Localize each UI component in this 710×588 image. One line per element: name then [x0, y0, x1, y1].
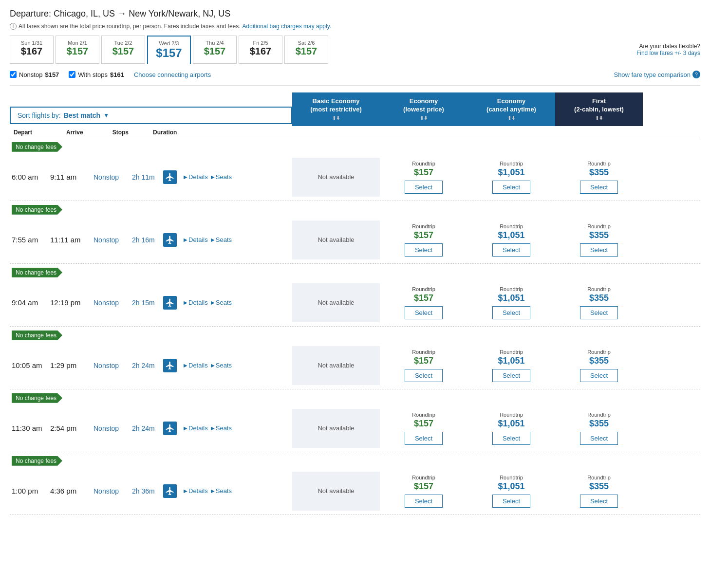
fare-roundtrip-label-4-1: Roundtrip	[500, 412, 523, 418]
basic-sort-arrows[interactable]: ⬆⬇	[296, 115, 376, 121]
fare-cell-0-0: Roundtrip $157 Select	[380, 158, 467, 197]
not-available-1: Not available	[318, 236, 354, 243]
select-button-4-2[interactable]: Select	[580, 432, 618, 445]
nonstop-filter[interactable]: Nonstop $157	[10, 71, 59, 78]
select-button-3-0[interactable]: Select	[405, 369, 443, 382]
fare-price-2-2: $355	[589, 293, 609, 303]
select-button-1-1[interactable]: Select	[492, 243, 530, 257]
flight-links-3: ▶ Details ▶ Seats	[184, 362, 232, 369]
date-tab-sat[interactable]: Sat 2/6 $157	[284, 36, 328, 64]
date-tab-sun[interactable]: Sun 1/31 $167	[10, 36, 54, 64]
not-available-5: Not available	[318, 487, 354, 495]
fare-roundtrip-label-2-2: Roundtrip	[587, 286, 611, 292]
first-col-spacer	[557, 129, 645, 136]
details-link-4[interactable]: ▶ Details	[184, 424, 208, 432]
select-button-4-0[interactable]: Select	[405, 432, 443, 445]
seats-link-0[interactable]: ▶ Seats	[211, 173, 232, 181]
seats-link-5[interactable]: ▶ Seats	[211, 487, 232, 495]
details-link-0[interactable]: ▶ Details	[184, 173, 208, 181]
date-tab-thu[interactable]: Thu 2/4 $157	[193, 36, 237, 64]
withstops-checkbox[interactable]	[69, 71, 75, 78]
first-sort-arrows[interactable]: ⬆⬇	[559, 115, 639, 121]
seats-link-4[interactable]: ▶ Seats	[211, 424, 232, 432]
select-button-0-1[interactable]: Select	[492, 181, 530, 194]
fare-header-cancel-line1: Economy	[471, 97, 551, 106]
nonstop-price: $157	[45, 71, 59, 78]
details-link-5[interactable]: ▶ Details	[184, 487, 208, 495]
fare-cell-5-0: Roundtrip $157 Select	[380, 472, 467, 511]
select-button-4-1[interactable]: Select	[492, 432, 530, 445]
flight-duration-5: 2h 36m	[132, 487, 156, 495]
seats-link-1[interactable]: ▶ Seats	[211, 236, 232, 243]
date-tab-fri[interactable]: Fri 2/5 $167	[239, 36, 282, 64]
details-link-2[interactable]: ▶ Details	[184, 299, 208, 306]
flight-duration-3: 2h 24m	[132, 362, 156, 369]
flight-row-1: 7:55 am 11:11 am Nonstop 2h 16m ▶ Detail…	[10, 217, 700, 264]
select-button-3-1[interactable]: Select	[492, 369, 530, 382]
fare-header-economy-line2: (lowest price)	[384, 106, 464, 114]
fare-cell-2-1: Roundtrip $1,051 Select	[467, 283, 555, 322]
fare-roundtrip-label-1-2: Roundtrip	[587, 223, 611, 229]
flight-arrive-2: 12:19 pm	[50, 298, 87, 307]
select-button-0-2[interactable]: Select	[580, 181, 618, 194]
economy-sort-arrows[interactable]: ⬆⬇	[384, 115, 464, 121]
bag-charges-link[interactable]: Additional bag charges may apply.	[243, 23, 332, 30]
nonstop-checkbox[interactable]	[10, 71, 17, 78]
flight-depart-1: 7:55 am	[12, 236, 43, 244]
select-button-5-2[interactable]: Select	[580, 495, 618, 508]
date-label-fri: Fri 2/5	[246, 40, 275, 46]
select-button-2-0[interactable]: Select	[405, 306, 443, 319]
fare-cell-4-0: Roundtrip $157 Select	[380, 409, 467, 448]
flight-row-5: 1:00 pm 4:36 pm Nonstop 2h 36m ▶ Details…	[10, 468, 700, 515]
fare-basic-1: Not available	[292, 220, 380, 259]
select-button-2-2[interactable]: Select	[580, 306, 618, 319]
select-button-3-2[interactable]: Select	[580, 369, 618, 382]
select-button-0-0[interactable]: Select	[405, 181, 443, 194]
fare-roundtrip-label-2-0: Roundtrip	[412, 286, 435, 292]
fare-cell-0-1: Roundtrip $1,051 Select	[467, 158, 555, 197]
date-price-mon: $157	[63, 46, 92, 57]
select-button-1-0[interactable]: Select	[405, 243, 443, 257]
fare-roundtrip-label-5-0: Roundtrip	[412, 475, 435, 480]
connecting-airports-link[interactable]: Choose connecting airports	[134, 71, 211, 78]
fare-roundtrip-label-1-1: Roundtrip	[500, 223, 523, 229]
fare-header-economy: Economy (lowest price) ⬆⬇	[380, 92, 467, 126]
no-change-banner-3: No change fees	[12, 331, 62, 340]
no-change-banner-4: No change fees	[12, 393, 62, 403]
details-link-1[interactable]: ▶ Details	[184, 236, 208, 243]
fare-cell-4-1: Roundtrip $1,051 Select	[467, 409, 555, 448]
stops-col-header: Stops	[112, 129, 129, 136]
seats-link-3[interactable]: ▶ Seats	[211, 362, 232, 369]
date-tab-tue[interactable]: Tue 2/2 $157	[101, 36, 145, 64]
select-button-2-1[interactable]: Select	[492, 306, 530, 319]
select-button-1-2[interactable]: Select	[580, 243, 618, 257]
date-tab-mon[interactable]: Mon 2/1 $157	[56, 36, 99, 64]
flight-arrive-3: 1:29 pm	[50, 361, 87, 369]
withstops-filter[interactable]: With stops $161	[69, 71, 124, 78]
fare-price-3-0: $157	[414, 356, 433, 366]
flight-info-5: 1:00 pm 4:36 pm Nonstop 2h 36m ▶ Details…	[10, 472, 292, 511]
sort-button[interactable]: Sort flights by: Best match ▼	[10, 107, 292, 124]
fare-cell-0-2: Roundtrip $355 Select	[555, 158, 643, 197]
seats-link-2[interactable]: ▶ Seats	[211, 299, 232, 306]
select-button-5-1[interactable]: Select	[492, 495, 530, 508]
fare-roundtrip-label-5-2: Roundtrip	[587, 475, 611, 480]
fare-price-1-0: $157	[414, 230, 433, 240]
airline-logo-4	[163, 422, 177, 435]
fare-roundtrip-label-0-1: Roundtrip	[500, 161, 523, 166]
fare-basic-4: Not available	[292, 409, 380, 448]
fare-header-first-line1: First	[559, 97, 639, 106]
flight-arrive-5: 4:36 pm	[50, 487, 87, 495]
header-grid: Sort flights by: Best match ▼ Basic Econ…	[10, 92, 700, 126]
select-button-5-0[interactable]: Select	[405, 495, 443, 508]
info-icon: i	[10, 23, 17, 30]
fare-comparison-btn[interactable]: Show fare type comparison ?	[614, 71, 700, 78]
date-price-sat: $157	[292, 46, 321, 57]
cancel-sort-arrows[interactable]: ⬆⬇	[471, 115, 551, 121]
date-tab-wed[interactable]: Wed 2/3 $157	[147, 36, 191, 64]
flexible-dates-link[interactable]: Find low fares +/- 3 days	[330, 50, 700, 56]
arrive-col-header: Arrive	[66, 129, 83, 136]
flight-row-4: 11:30 am 2:54 pm Nonstop 2h 24m ▶ Detail…	[10, 405, 700, 452]
withstops-label: With stops	[78, 71, 108, 78]
details-link-3[interactable]: ▶ Details	[184, 362, 208, 369]
